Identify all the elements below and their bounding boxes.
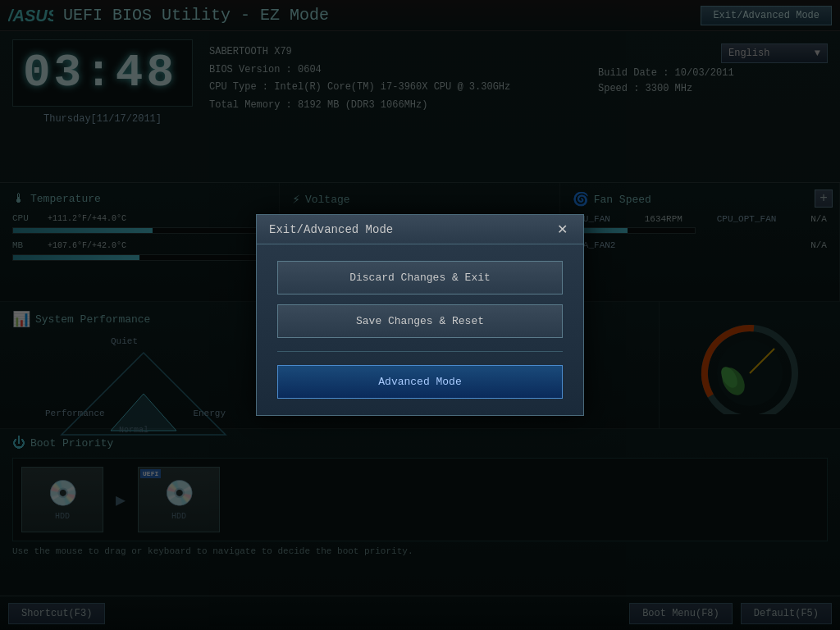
modal-close-button[interactable]: ✕ <box>554 221 571 237</box>
exit-advanced-modal: Exit/Advanced Mode ✕ Discard Changes & E… <box>256 214 584 416</box>
modal-overlay[interactable]: Exit/Advanced Mode ✕ Discard Changes & E… <box>0 0 840 630</box>
save-changes-reset-button[interactable]: Save Changes & Reset <box>277 304 563 338</box>
modal-title: Exit/Advanced Mode <box>269 223 393 236</box>
discard-changes-exit-button[interactable]: Discard Changes & Exit <box>277 261 563 294</box>
modal-divider <box>277 351 563 352</box>
modal-header: Exit/Advanced Mode ✕ <box>257 215 583 244</box>
advanced-mode-button[interactable]: Advanced Mode <box>277 365 563 399</box>
modal-body: Discard Changes & Exit Save Changes & Re… <box>257 244 583 415</box>
